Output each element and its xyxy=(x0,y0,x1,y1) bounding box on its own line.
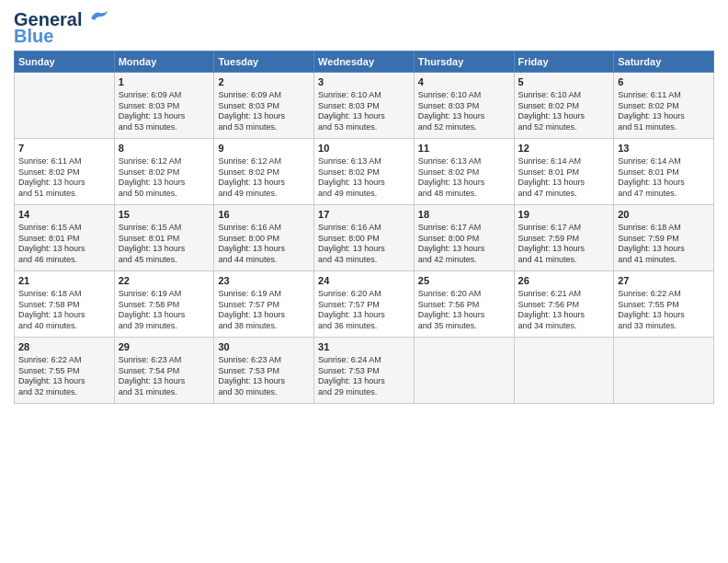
day-number: 8 xyxy=(119,142,210,155)
calendar-cell: 13Sunrise: 6:14 AM Sunset: 8:01 PM Dayli… xyxy=(614,139,714,205)
calendar-cell: 31Sunrise: 6:24 AM Sunset: 7:53 PM Dayli… xyxy=(314,338,415,404)
day-content: Sunrise: 6:13 AM Sunset: 8:02 PM Dayligh… xyxy=(418,156,510,200)
day-number: 23 xyxy=(218,274,310,288)
day-content: Sunrise: 6:10 AM Sunset: 8:02 PM Dayligh… xyxy=(518,90,610,133)
calendar-cell: 4Sunrise: 6:10 AM Sunset: 8:03 PM Daylig… xyxy=(414,73,514,139)
calendar-cell: 9Sunrise: 6:12 AM Sunset: 8:02 PM Daylig… xyxy=(214,139,314,205)
day-content: Sunrise: 6:20 AM Sunset: 7:56 PM Dayligh… xyxy=(418,289,510,332)
day-number: 17 xyxy=(318,208,410,222)
calendar-cell: 7Sunrise: 6:11 AM Sunset: 8:02 PM Daylig… xyxy=(15,139,115,205)
day-header-saturday: Saturday xyxy=(614,52,714,73)
page: General Blue SundayMondayTuesdayWednes xyxy=(0,0,728,563)
day-content: Sunrise: 6:17 AM Sunset: 8:00 PM Dayligh… xyxy=(418,223,510,266)
calendar-cell: 12Sunrise: 6:14 AM Sunset: 8:01 PM Dayli… xyxy=(514,139,614,205)
calendar-cell: 2Sunrise: 6:09 AM Sunset: 8:03 PM Daylig… xyxy=(214,73,314,139)
day-content: Sunrise: 6:14 AM Sunset: 8:01 PM Dayligh… xyxy=(618,156,710,200)
calendar-cell: 20Sunrise: 6:18 AM Sunset: 7:59 PM Dayli… xyxy=(614,205,714,271)
day-number: 12 xyxy=(518,142,610,155)
calendar-cell: 3Sunrise: 6:10 AM Sunset: 8:03 PM Daylig… xyxy=(314,73,415,139)
week-row-2: 14Sunrise: 6:15 AM Sunset: 8:01 PM Dayli… xyxy=(15,205,714,271)
day-number: 11 xyxy=(418,142,510,155)
calendar-cell: 22Sunrise: 6:19 AM Sunset: 7:58 PM Dayli… xyxy=(114,271,214,338)
calendar-cell: 27Sunrise: 6:22 AM Sunset: 7:55 PM Dayli… xyxy=(614,271,714,338)
calendar-cell: 8Sunrise: 6:12 AM Sunset: 8:02 PM Daylig… xyxy=(114,139,214,205)
day-content: Sunrise: 6:17 AM Sunset: 7:59 PM Dayligh… xyxy=(518,223,610,266)
calendar-cell: 19Sunrise: 6:17 AM Sunset: 7:59 PM Dayli… xyxy=(514,205,614,271)
calendar-cell xyxy=(514,338,614,404)
day-content: Sunrise: 6:18 AM Sunset: 7:59 PM Dayligh… xyxy=(618,223,710,266)
day-header-thursday: Thursday xyxy=(414,52,514,73)
day-number: 4 xyxy=(418,75,510,89)
calendar-table: SundayMondayTuesdayWednesdayThursdayFrid… xyxy=(14,51,714,404)
calendar-cell: 24Sunrise: 6:20 AM Sunset: 7:57 PM Dayli… xyxy=(314,271,415,338)
day-number: 6 xyxy=(618,75,710,89)
calendar-cell: 23Sunrise: 6:19 AM Sunset: 7:57 PM Dayli… xyxy=(214,271,314,338)
calendar-cell: 15Sunrise: 6:15 AM Sunset: 8:01 PM Dayli… xyxy=(114,205,214,271)
day-content: Sunrise: 6:15 AM Sunset: 8:01 PM Dayligh… xyxy=(18,223,110,266)
calendar-cell: 29Sunrise: 6:23 AM Sunset: 7:54 PM Dayli… xyxy=(114,338,214,404)
day-header-sunday: Sunday xyxy=(15,52,115,73)
day-header-monday: Monday xyxy=(114,52,214,73)
day-content: Sunrise: 6:21 AM Sunset: 7:56 PM Dayligh… xyxy=(518,289,610,332)
calendar-cell: 26Sunrise: 6:21 AM Sunset: 7:56 PM Dayli… xyxy=(514,271,614,338)
calendar-cell: 6Sunrise: 6:11 AM Sunset: 8:02 PM Daylig… xyxy=(614,73,714,139)
day-content: Sunrise: 6:15 AM Sunset: 8:01 PM Dayligh… xyxy=(119,223,210,266)
day-number: 24 xyxy=(318,274,410,288)
day-content: Sunrise: 6:14 AM Sunset: 8:01 PM Dayligh… xyxy=(518,156,610,200)
day-number: 27 xyxy=(618,274,710,288)
day-content: Sunrise: 6:12 AM Sunset: 8:02 PM Dayligh… xyxy=(119,156,210,200)
day-number: 1 xyxy=(119,75,210,89)
day-number: 9 xyxy=(218,142,310,155)
day-number: 25 xyxy=(418,274,510,288)
day-content: Sunrise: 6:23 AM Sunset: 7:54 PM Dayligh… xyxy=(119,355,210,398)
calendar-cell xyxy=(614,338,714,404)
calendar-cell xyxy=(15,73,115,139)
day-number: 5 xyxy=(518,75,610,89)
calendar-cell: 17Sunrise: 6:16 AM Sunset: 8:00 PM Dayli… xyxy=(314,205,415,271)
logo: General Blue xyxy=(14,9,109,45)
logo-bird-icon xyxy=(89,9,109,29)
day-content: Sunrise: 6:10 AM Sunset: 8:03 PM Dayligh… xyxy=(418,90,510,133)
day-content: Sunrise: 6:19 AM Sunset: 7:58 PM Dayligh… xyxy=(119,289,210,332)
day-number: 29 xyxy=(119,340,210,354)
day-header-wednesday: Wednesday xyxy=(314,52,415,73)
day-content: Sunrise: 6:19 AM Sunset: 7:57 PM Dayligh… xyxy=(218,289,310,332)
calendar-cell: 25Sunrise: 6:20 AM Sunset: 7:56 PM Dayli… xyxy=(414,271,514,338)
day-number: 22 xyxy=(119,274,210,288)
day-number: 18 xyxy=(418,208,510,222)
calendar-cell: 18Sunrise: 6:17 AM Sunset: 8:00 PM Dayli… xyxy=(414,205,514,271)
header-row: SundayMondayTuesdayWednesdayThursdayFrid… xyxy=(15,52,714,73)
calendar-cell xyxy=(414,338,514,404)
day-number: 21 xyxy=(18,274,110,288)
calendar-cell: 14Sunrise: 6:15 AM Sunset: 8:01 PM Dayli… xyxy=(15,205,115,271)
day-number: 7 xyxy=(18,142,110,155)
day-number: 30 xyxy=(218,340,310,354)
calendar-cell: 1Sunrise: 6:09 AM Sunset: 8:03 PM Daylig… xyxy=(114,73,214,139)
week-row-1: 7Sunrise: 6:11 AM Sunset: 8:02 PM Daylig… xyxy=(15,139,714,205)
day-content: Sunrise: 6:13 AM Sunset: 8:02 PM Dayligh… xyxy=(318,156,410,200)
day-content: Sunrise: 6:16 AM Sunset: 8:00 PM Dayligh… xyxy=(318,223,410,266)
day-number: 3 xyxy=(318,75,410,89)
logo-blue: Blue xyxy=(14,27,109,45)
day-number: 16 xyxy=(218,208,310,222)
day-content: Sunrise: 6:09 AM Sunset: 8:03 PM Dayligh… xyxy=(119,90,210,133)
day-number: 26 xyxy=(518,274,610,288)
day-number: 19 xyxy=(518,208,610,222)
week-row-4: 28Sunrise: 6:22 AM Sunset: 7:55 PM Dayli… xyxy=(15,338,714,404)
day-header-friday: Friday xyxy=(514,52,614,73)
day-number: 2 xyxy=(218,75,310,89)
day-content: Sunrise: 6:16 AM Sunset: 8:00 PM Dayligh… xyxy=(218,223,310,266)
day-content: Sunrise: 6:18 AM Sunset: 7:58 PM Dayligh… xyxy=(18,289,110,332)
day-content: Sunrise: 6:22 AM Sunset: 7:55 PM Dayligh… xyxy=(18,355,110,398)
calendar-cell: 10Sunrise: 6:13 AM Sunset: 8:02 PM Dayli… xyxy=(314,139,415,205)
day-number: 10 xyxy=(318,142,410,155)
day-content: Sunrise: 6:23 AM Sunset: 7:53 PM Dayligh… xyxy=(218,355,310,398)
calendar-cell: 30Sunrise: 6:23 AM Sunset: 7:53 PM Dayli… xyxy=(214,338,314,404)
calendar-cell: 16Sunrise: 6:16 AM Sunset: 8:00 PM Dayli… xyxy=(214,205,314,271)
day-content: Sunrise: 6:10 AM Sunset: 8:03 PM Dayligh… xyxy=(318,90,410,133)
day-content: Sunrise: 6:11 AM Sunset: 8:02 PM Dayligh… xyxy=(618,90,710,133)
week-row-3: 21Sunrise: 6:18 AM Sunset: 7:58 PM Dayli… xyxy=(15,271,714,338)
day-content: Sunrise: 6:11 AM Sunset: 8:02 PM Dayligh… xyxy=(18,156,110,200)
day-number: 13 xyxy=(618,142,710,155)
calendar-cell: 21Sunrise: 6:18 AM Sunset: 7:58 PM Dayli… xyxy=(15,271,115,338)
